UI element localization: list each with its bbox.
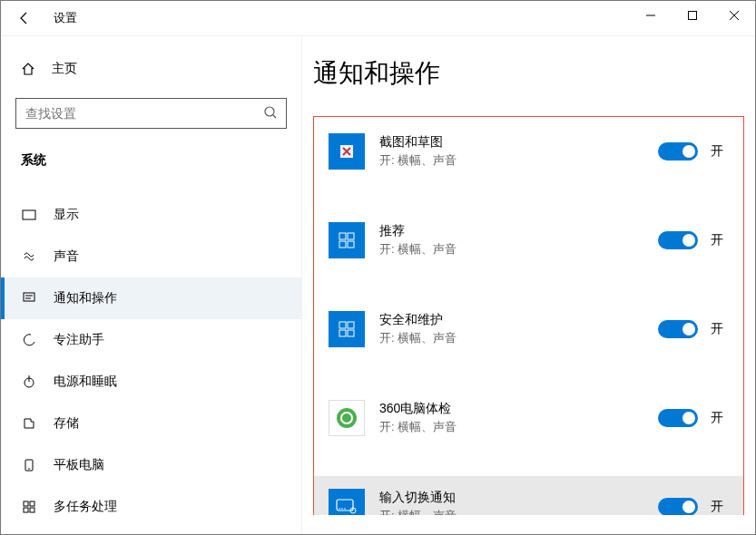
svg-rect-16 xyxy=(24,508,28,512)
app-icon xyxy=(329,489,365,515)
app-sub: 开: 横幅、声音 xyxy=(379,330,643,346)
back-button[interactable] xyxy=(8,2,41,34)
svg-rect-24 xyxy=(348,322,354,328)
svg-line-5 xyxy=(273,115,276,118)
nav-label: 多任务处理 xyxy=(54,499,117,515)
page-heading: 通知和操作 xyxy=(313,56,744,91)
app-row[interactable]: 输入切换通知开: 横幅、声音开 xyxy=(314,476,743,515)
svg-point-32 xyxy=(341,508,343,510)
minimize-button[interactable] xyxy=(630,1,672,30)
nav-item-7[interactable]: 多任务处理 xyxy=(1,486,301,528)
app-sub: 开: 横幅、声音 xyxy=(379,152,643,169)
nav-icon xyxy=(21,291,37,306)
nav-label: 显示 xyxy=(54,207,79,223)
svg-point-4 xyxy=(265,107,274,116)
main-panel: 通知和操作 截图和草图开: 横幅、声音开推荐开: 横幅、声音开安全和维护开: 横… xyxy=(302,36,755,534)
toggle-label: 开 xyxy=(711,499,729,515)
app-name: 推荐 xyxy=(379,223,643,239)
svg-rect-25 xyxy=(339,330,346,336)
svg-rect-14 xyxy=(24,501,28,506)
svg-rect-23 xyxy=(339,322,346,328)
maximize-button[interactable] xyxy=(672,1,713,30)
nav-label: 存储 xyxy=(54,415,79,432)
app-row[interactable]: 截图和草图开: 横幅、声音开 xyxy=(314,121,743,182)
nav-label: 专注助手 xyxy=(54,332,104,348)
app-row[interactable]: 安全和维护开: 横幅、声音开 xyxy=(314,298,743,360)
home-icon xyxy=(21,62,35,76)
app-icon xyxy=(329,133,365,170)
titlebar: 设置 xyxy=(1,1,755,35)
toggle-switch[interactable] xyxy=(658,409,698,427)
toggle-switch[interactable] xyxy=(658,231,698,249)
highlighted-apps: 截图和草图开: 横幅、声音开推荐开: 横幅、声音开安全和维护开: 横幅、声音开3… xyxy=(313,116,744,515)
search-input[interactable] xyxy=(15,98,287,129)
app-sub: 开: 横幅、声音 xyxy=(379,419,643,435)
svg-rect-1 xyxy=(689,12,697,20)
nav-label: 平板电脑 xyxy=(54,457,104,473)
nav-icon xyxy=(21,208,37,222)
nav-item-2[interactable]: 通知和操作 xyxy=(1,277,301,319)
app-sub: 开: 横幅、声音 xyxy=(379,241,643,258)
toggle-label: 开 xyxy=(711,143,729,160)
nav-item-3[interactable]: 专注助手 xyxy=(1,319,301,361)
app-icon xyxy=(329,222,365,258)
svg-rect-22 xyxy=(348,241,354,248)
svg-rect-7 xyxy=(24,293,34,301)
app-name: 安全和维护 xyxy=(379,312,643,328)
nav-item-0[interactable]: 显示 xyxy=(1,194,301,236)
svg-rect-21 xyxy=(339,241,346,248)
app-name: 输入切换通知 xyxy=(379,490,643,506)
close-button[interactable] xyxy=(713,1,755,30)
nav-icon xyxy=(21,500,37,514)
app-row[interactable]: 360电脑体检开: 横幅、声音开 xyxy=(314,387,743,449)
svg-rect-17 xyxy=(30,508,34,512)
svg-point-31 xyxy=(339,508,340,510)
home-label: 主页 xyxy=(52,61,77,77)
nav-icon xyxy=(21,333,37,347)
svg-point-33 xyxy=(344,508,346,510)
svg-rect-20 xyxy=(348,233,354,239)
svg-rect-6 xyxy=(23,210,35,219)
svg-point-29 xyxy=(342,413,351,423)
nav-icon xyxy=(21,458,37,472)
nav-label: 电源和睡眠 xyxy=(54,374,117,390)
svg-rect-15 xyxy=(30,501,34,506)
toggle-switch[interactable] xyxy=(658,142,698,160)
nav-item-4[interactable]: 电源和睡眠 xyxy=(1,361,301,403)
svg-rect-26 xyxy=(348,330,354,336)
app-name: 360电脑体检 xyxy=(379,401,643,417)
toggle-switch[interactable] xyxy=(658,498,698,515)
app-name: 截图和草图 xyxy=(379,134,643,151)
sidebar: 主页 系统 显示声音通知和操作专注助手电源和睡眠存储平板电脑多任务处理 xyxy=(1,36,302,534)
app-row[interactable]: 推荐开: 横幅、声音开 xyxy=(314,209,743,271)
toggle-label: 开 xyxy=(711,410,729,426)
search-icon xyxy=(263,105,278,120)
svg-point-13 xyxy=(28,468,30,470)
nav-item-5[interactable]: 存储 xyxy=(1,403,301,444)
window-title: 设置 xyxy=(54,10,77,26)
nav-icon xyxy=(21,374,37,389)
toggle-label: 开 xyxy=(711,232,729,248)
nav-item-1[interactable]: 声音 xyxy=(1,236,301,277)
app-sub: 开: 横幅、声音 xyxy=(379,508,643,515)
nav-item-6[interactable]: 平板电脑 xyxy=(1,444,301,486)
svg-rect-19 xyxy=(339,233,346,239)
section-label: 系统 xyxy=(21,152,301,169)
app-icon xyxy=(329,311,365,347)
nav-icon xyxy=(21,249,37,264)
nav-icon xyxy=(21,416,37,431)
nav-label: 通知和操作 xyxy=(54,290,117,306)
toggle-switch[interactable] xyxy=(658,320,698,338)
nav-label: 声音 xyxy=(54,248,79,265)
toggle-label: 开 xyxy=(711,321,729,337)
home-link[interactable]: 主页 xyxy=(1,51,301,87)
app-icon xyxy=(329,400,365,436)
